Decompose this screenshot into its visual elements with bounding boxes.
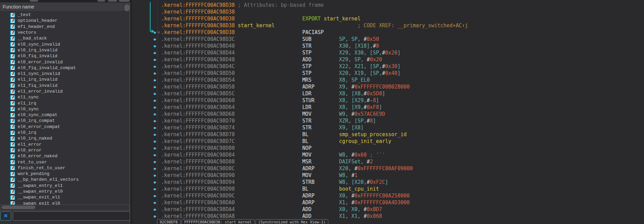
- tab-stub[interactable]: [30, 0, 38, 2]
- function-row[interactable]: fvectors: [0, 30, 122, 35]
- mnemonic-text[interactable]: ADRP: [302, 193, 314, 199]
- disasm-line[interactable]: .kernel:FFFFFFC00AC98D54 MRS X8, SP_EL0: [132, 77, 644, 83]
- function-row[interactable]: fel1_sync: [0, 94, 122, 100]
- mnemonic-text[interactable]: STRB: [302, 179, 314, 185]
- function-row[interactable]: fel0_irq: [0, 130, 122, 135]
- function-row[interactable]: fel1_sync_invalid: [0, 71, 122, 77]
- function-row[interactable]: f__swpan_entry_el0: [0, 189, 122, 194]
- disasm-line[interactable]: .kernel:FFFFFFC00AC98D80 NOP: [132, 145, 644, 151]
- function-row[interactable]: fel0_error_naked: [0, 153, 122, 159]
- address-text[interactable]: .kernel:FFFFFFC00AC98D58: [161, 84, 235, 90]
- mnemonic-text[interactable]: STP: [302, 63, 311, 69]
- mnemonic-text[interactable]: STP: [302, 50, 311, 56]
- mnemonic-text[interactable]: NOP: [302, 145, 311, 151]
- function-row[interactable]: fefi_header_end: [0, 24, 122, 30]
- tab-stub[interactable]: [119, 0, 129, 2]
- function-row[interactable]: fel1_error_invalid: [0, 89, 122, 94]
- address-text[interactable]: .kernel:FFFFFFC00AC98D74: [161, 125, 235, 131]
- address-text[interactable]: .kernel:FFFFFFC00AC98D5C: [161, 91, 235, 97]
- function-row[interactable]: f__swpan_entry_el1: [0, 183, 122, 189]
- function-row[interactable]: fel0_sync: [0, 106, 122, 112]
- function-row[interactable]: f__bp_harden_el1_vectors: [0, 177, 122, 182]
- function-filter-input[interactable]: [13, 211, 130, 221]
- function-row[interactable]: f_text: [0, 12, 122, 18]
- mnemonic-text[interactable]: BL: [302, 138, 308, 144]
- mnemonic-text[interactable]: MOV: [302, 111, 311, 117]
- disasm-line[interactable]: .kernel:FFFFFFC00AC98D3C SUB SP, SP, #0x…: [132, 36, 644, 43]
- mnemonic-text[interactable]: BL: [302, 186, 308, 192]
- mnemonic-text[interactable]: SUB: [302, 36, 311, 42]
- disasm-line[interactable]: .kernel:FFFFFFC00AC98D8C ADRP X20, #0xFF…: [132, 165, 644, 172]
- mnemonic-text[interactable]: MRS: [302, 77, 311, 83]
- function-row[interactable]: f__swpan_exit_el1: [0, 194, 122, 200]
- function-row[interactable]: fel1_error: [0, 142, 122, 147]
- address-text[interactable]: .kernel:FFFFFFC00AC98D68: [161, 111, 235, 117]
- mnemonic-text[interactable]: STP: [302, 70, 311, 76]
- disasm-line[interactable]: .kernel:FFFFFFC00AC98D38 start_kernel ; …: [132, 22, 644, 29]
- label-token[interactable]: boot_cpu_init: [339, 186, 379, 192]
- address-text[interactable]: .kernel:FFFFFFC00AC98DA0: [161, 199, 235, 206]
- function-row[interactable]: ffinish_ret_to_user: [0, 165, 122, 171]
- address-text[interactable]: .kernel:FFFFFFC00AC98D38: [161, 29, 235, 35]
- mnemonic-text[interactable]: STR: [302, 125, 311, 131]
- address-text[interactable]: .kernel:FFFFFFC00AC98D98: [161, 186, 235, 192]
- mnemonic-text[interactable]: ADRP: [302, 165, 314, 172]
- function-row[interactable]: foptional_header: [0, 18, 122, 23]
- function-row[interactable]: fel0_sync_invalid: [0, 41, 122, 47]
- function-list-header[interactable]: Function name: [0, 2, 129, 12]
- mnemonic-text[interactable]: STR: [302, 43, 311, 49]
- disasm-line[interactable]: .kernel:FFFFFFC00AC98D98 BL boot_cpu_ini…: [132, 186, 644, 192]
- address-text[interactable]: .kernel:FFFFFFC00AC98D3C: [161, 36, 235, 42]
- disasm-line[interactable]: .kernel:FFFFFFC00AC98DA8 ADD X1, X1, #0x…: [132, 213, 644, 220]
- mnemonic-text[interactable]: ADD: [302, 206, 311, 212]
- address-text[interactable]: .kernel:FFFFFFC00AC98D38: [161, 22, 235, 29]
- address-text[interactable]: .kernel:FFFFFFC00AC98DA4: [161, 206, 235, 212]
- disasm-line[interactable]: .kernel:FFFFFFC00AC98D68 MOV W9, #0x57AC…: [132, 111, 644, 117]
- mnemonic-text[interactable]: MOV: [302, 152, 311, 158]
- mnemonic-text[interactable]: LDR: [302, 91, 311, 97]
- mnemonic-text[interactable]: ADRP: [302, 84, 314, 90]
- xref-comment[interactable]: ; CODE XREF: __primary_switched+AC↑j: [358, 22, 468, 29]
- disasm-line[interactable]: .kernel:FFFFFFC00AC98D44 STP X29, X30, […: [132, 49, 644, 56]
- disasm-line[interactable]: .kernel:FFFFFFC00AC98D74 STR X9, [X8]: [132, 124, 644, 131]
- address-text[interactable]: .kernel:FFFFFFC00AC98D88: [161, 159, 235, 165]
- disasm-line[interactable]: .kernel:FFFFFFC00AC98D38: [132, 9, 644, 15]
- address-text[interactable]: .kernel:FFFFFFC00AC98D94: [161, 179, 235, 185]
- mnemonic-text[interactable]: BL: [302, 131, 308, 138]
- disasm-line[interactable]: .kernel:FFFFFFC00AC98D48 ADD X29, SP, #0…: [132, 56, 644, 63]
- function-row[interactable]: fel0_irq_compat: [0, 118, 122, 124]
- mnemonic-text[interactable]: ADRP: [302, 199, 314, 206]
- sidebar-horizontal-scrollbar[interactable]: [0, 205, 130, 210]
- function-label[interactable]: start_kernel: [238, 22, 275, 29]
- vertical-scrollbar-thumb[interactable]: [124, 4, 129, 11]
- function-row[interactable]: fel1_irq_invalid: [0, 77, 122, 82]
- label-token[interactable]: smp_setup_processor_id: [339, 131, 407, 138]
- address-text[interactable]: .kernel:FFFFFFC00AC98D9C: [161, 193, 235, 199]
- collapse-chevron-icon[interactable]: ∨: [157, 29, 160, 36]
- disasm-line[interactable]: .kernel:FFFFFFC00AC98D5C LDR X8, [X8,#0x…: [132, 90, 644, 97]
- function-row[interactable]: fel0_sync_compat: [0, 112, 122, 118]
- disasm-line[interactable]: .kernel:FFFFFFC00AC98D90 MOV W8, #1: [132, 172, 644, 179]
- function-row[interactable]: f__bad_stack: [0, 35, 122, 41]
- function-row[interactable]: fel0_error_compat: [0, 124, 122, 130]
- function-row[interactable]: fel0_irq_invalid: [0, 47, 122, 53]
- address-text[interactable]: .kernel:FFFFFFC00AC98D48: [161, 57, 235, 63]
- disassembly-view[interactable]: .kernel:FFFFFFC00AC98D38 ; Attributes: b…: [132, 0, 644, 224]
- tab-stub[interactable]: [108, 0, 117, 2]
- function-row[interactable]: fel0_error_invalid: [0, 59, 122, 65]
- label-token[interactable]: cgroup_init_early: [339, 138, 391, 144]
- address-text[interactable]: .kernel:FFFFFFC00AC98D44: [161, 50, 235, 56]
- disasm-line[interactable]: .kernel:FFFFFFC00AC98D70 STR XZR, [SP,#8…: [132, 117, 644, 124]
- address-text[interactable]: .kernel:FFFFFFC00AC98DA8: [161, 213, 235, 219]
- function-row[interactable]: fel1_fiq_invalid: [0, 83, 122, 89]
- disasm-line[interactable]: .kernel:FFFFFFC00AC98D58 ADRP X9, #0xFFF…: [132, 83, 644, 90]
- address-text[interactable]: .kernel:FFFFFFC00AC98D50: [161, 70, 235, 76]
- disasm-line[interactable]: .kernel:FFFFFFC00AC98D4C STP X22, X21, […: [132, 63, 644, 70]
- function-row[interactable]: fel0_fiq_invalid_compat: [0, 65, 122, 71]
- address-text[interactable]: .kernel:FFFFFFC00AC98D40: [161, 43, 235, 49]
- address-text[interactable]: .kernel:FFFFFFC00AC98D54: [161, 77, 235, 83]
- disasm-line[interactable]: .kernel:FFFFFFC00AC98D7C BL cgroup_init_…: [132, 138, 644, 145]
- disasm-line[interactable]: .kernel:FFFFFFC00AC98D50 STP X20, X19, […: [132, 70, 644, 77]
- function-row[interactable]: fel0_irq_naked: [0, 135, 122, 141]
- mnemonic-text[interactable]: ADD: [302, 57, 311, 63]
